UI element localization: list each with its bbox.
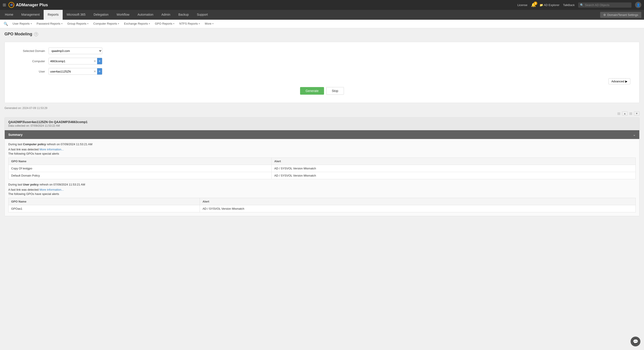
ad-explorer-link[interactable]: 📁 AD Explorer xyxy=(540,3,560,7)
generate-button[interactable]: Generate xyxy=(300,87,324,95)
pagination-down-button[interactable]: ▼ xyxy=(634,112,640,116)
svg-point-1 xyxy=(13,5,14,6)
notification-button[interactable]: 🔔 2 xyxy=(531,2,536,8)
summary-section-content: During last Computer policy refresh on 0… xyxy=(5,139,639,216)
user-row: User ✕ + xyxy=(14,68,630,75)
table-row: Copy Of testgpoAD / SYSVOL Version Misma… xyxy=(8,165,636,172)
dropdown-arrow-user-reports: ▾ xyxy=(31,22,32,25)
alert-cell: AD / SYSVOL Version Mismatch xyxy=(272,165,636,172)
result-header: QAADMP3\user4as1125ZN On QAADMP3\4663com… xyxy=(5,118,639,130)
result-container: QAADMP3\user4as1125ZN On QAADMP3\4663com… xyxy=(4,117,640,216)
computer-gpo-table-col-gpo: GPO Name xyxy=(8,158,272,165)
sub-nav-computer-reports[interactable]: Computer Reports ▾ xyxy=(91,20,121,28)
notification-badge: 2 xyxy=(534,2,537,5)
sub-nav-group-reports[interactable]: Group Reports ▾ xyxy=(65,20,91,28)
result-header-title: QAADMP3\user4as1125ZN On QAADMP3\4663com… xyxy=(8,120,636,124)
user-input[interactable] xyxy=(49,70,93,73)
computer-gpo-table: GPO Name Alert Copy Of testgpoAD / SYSVO… xyxy=(8,158,636,179)
user-gpo-table: GPO Name Alert GPOas1AD / SYSVOL Version… xyxy=(8,198,636,212)
gear-icon: ⚙ xyxy=(603,13,606,16)
sub-nav-password-reports[interactable]: Password Reports ▾ xyxy=(34,20,65,28)
computer-row: Computer ✕ + xyxy=(14,58,630,64)
table-row: GPOas1AD / SYSVOL Version Mismatch xyxy=(8,205,636,212)
dropdown-arrow-gpo-reports: ▾ xyxy=(173,22,174,25)
action-buttons: Generate Stop xyxy=(14,87,630,95)
sub-nav-user-reports[interactable]: User Reports ▾ xyxy=(10,20,34,28)
nav-right: ⚙ Domain/Tenant Settings xyxy=(600,10,643,20)
logo-icon xyxy=(8,2,14,8)
search-input[interactable] xyxy=(585,3,630,7)
dropdown-arrow-computer-reports: ▾ xyxy=(118,22,119,25)
user-gpo-table-col-alert: Alert xyxy=(200,198,636,205)
computer-more-info-link[interactable]: More information... xyxy=(40,148,64,151)
computer-input[interactable] xyxy=(49,60,93,63)
dropdown-arrow-group-reports: ▾ xyxy=(87,22,88,25)
selected-domain-select[interactable]: qaadmp3.com xyxy=(48,48,102,54)
nav-item-automation[interactable]: Automation xyxy=(133,10,157,20)
gpo-name-cell: Copy Of testgpo xyxy=(8,165,272,172)
chat-widget[interactable]: 💬 xyxy=(630,336,640,346)
pagination-controls: |||| ▲ |||| ▼ xyxy=(4,112,640,116)
top-bar: ⊞ ADManager Plus License 🔔 2 📁 AD Explor… xyxy=(0,0,644,10)
nav-item-reports[interactable]: Reports xyxy=(44,10,63,20)
top-bar-left: ⊞ ADManager Plus xyxy=(3,2,48,8)
license-link[interactable]: License xyxy=(517,3,528,7)
computer-alerts-text: The following GPOs have special alerts xyxy=(8,152,636,155)
computer-input-wrapper: ✕ + xyxy=(48,58,102,64)
user-avatar[interactable]: 👤 xyxy=(635,2,641,8)
summary-label: Summary xyxy=(8,133,22,136)
table-row: Default Domain PolicyAD / SYSVOL Version… xyxy=(8,172,636,179)
nav-item-management[interactable]: Management xyxy=(17,10,44,20)
sub-nav: 🔍 User Reports ▾ Password Reports ▾ Grou… xyxy=(0,20,644,28)
user-policy-section: During last User policy refresh on 07/09… xyxy=(8,183,636,212)
nav-item-backup[interactable]: Backup xyxy=(174,10,193,20)
gpo-name-cell: GPOas1 xyxy=(8,205,200,212)
nav-item-admin[interactable]: Admin xyxy=(157,10,174,20)
selected-domain-label: Selected Domain xyxy=(14,49,45,52)
user-more-info-link[interactable]: More information... xyxy=(40,188,64,191)
computer-input-group: ✕ + xyxy=(48,58,102,64)
user-fast-link-text: A fast link was detected More informatio… xyxy=(8,188,636,191)
user-gpo-table-col-gpo: GPO Name xyxy=(8,198,200,205)
alert-cell: AD / SYSVOL Version Mismatch xyxy=(272,172,636,179)
logo: ADManager Plus xyxy=(8,2,48,8)
generated-on: Generated on: 2024-07-09 11:53:29 xyxy=(4,106,640,110)
pagination-up-button[interactable]: ▲ xyxy=(622,112,628,116)
alert-cell: AD / SYSVOL Version Mismatch xyxy=(200,205,636,212)
form-container: Selected Domain qaadmp3.com Computer ✕ +… xyxy=(4,42,640,103)
user-input-wrapper: ✕ + xyxy=(48,68,102,75)
pagination-next-label: |||| xyxy=(630,112,632,115)
pagination-prev-label: |||| xyxy=(617,112,620,115)
selected-domain-row: Selected Domain qaadmp3.com xyxy=(14,48,630,54)
result-header-subtitle: Data collected on: 07/09/2024 11:53:22 A… xyxy=(8,124,636,127)
computer-clear-button[interactable]: ✕ xyxy=(93,59,97,63)
nav-item-support[interactable]: Support xyxy=(193,10,212,20)
domain-settings-button[interactable]: ⚙ Domain/Tenant Settings xyxy=(600,12,641,18)
selected-domain-input-group: qaadmp3.com xyxy=(48,48,102,54)
stop-button[interactable]: Stop xyxy=(326,87,344,95)
nav-item-workflow[interactable]: Workflow xyxy=(112,10,133,20)
nav-item-ms365[interactable]: Microsoft 365 xyxy=(63,10,90,20)
summary-section-header[interactable]: Summary ⌄ xyxy=(5,130,639,139)
grid-icon[interactable]: ⊞ xyxy=(3,2,6,8)
talkback-link[interactable]: TalkBack xyxy=(563,3,575,7)
user-clear-button[interactable]: ✕ xyxy=(93,70,97,73)
computer-add-button[interactable]: + xyxy=(97,58,102,64)
computer-policy-text: During last Computer policy refresh on 0… xyxy=(8,142,636,146)
logo-text: ADManager Plus xyxy=(16,3,48,8)
sub-nav-search-icon[interactable]: 🔍 xyxy=(2,22,10,26)
nav-item-delegation[interactable]: Delegation xyxy=(90,10,112,20)
sub-nav-more[interactable]: More ▾ xyxy=(202,20,216,28)
user-input-group: ✕ + xyxy=(48,68,102,75)
help-icon[interactable]: ? xyxy=(34,32,38,36)
search-icon: 🔍 xyxy=(580,3,584,7)
advanced-button[interactable]: Advanced ▶ xyxy=(608,78,630,84)
nav-item-home[interactable]: Home xyxy=(1,10,17,20)
user-policy-text: During last User policy refresh on 07/09… xyxy=(8,183,636,186)
sub-nav-ntfs-reports[interactable]: NTFS Reports ▾ xyxy=(177,20,202,28)
sub-nav-exchange-reports[interactable]: Exchange Reports ▾ xyxy=(122,20,152,28)
dropdown-arrow-ntfs-reports: ▾ xyxy=(199,22,200,25)
sub-nav-gpo-reports[interactable]: GPO Reports ▾ xyxy=(152,20,176,28)
user-add-button[interactable]: + xyxy=(97,68,102,74)
search-box: 🔍 xyxy=(578,2,632,8)
